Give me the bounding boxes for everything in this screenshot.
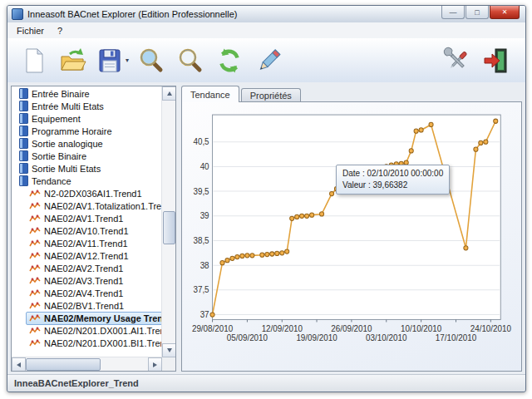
data-point[interactable] (479, 140, 483, 145)
scroll-right-button[interactable] (148, 357, 162, 372)
data-point[interactable] (210, 313, 214, 317)
title-bar[interactable]: Inneasoft BACnet Explorer (Edition Profe… (7, 6, 525, 23)
main-area: Entrée BinaireEntrée Multi EtatsEquipeme… (7, 82, 525, 375)
tree-vertical-scrollbar[interactable] (161, 86, 175, 357)
menu-item-help[interactable]: ? (51, 25, 69, 37)
tree-item-category[interactable]: Sortie Binaire (12, 150, 162, 162)
data-point[interactable] (319, 212, 323, 216)
tree-item-trend[interactable]: NAE02/AV1.Trend1 (12, 212, 162, 224)
tree-item-label: Equipement (32, 114, 81, 124)
data-point[interactable] (330, 191, 334, 195)
category-icon (19, 113, 28, 124)
data-point[interactable] (409, 149, 413, 153)
data-point[interactable] (270, 252, 274, 256)
trend-icon (29, 214, 41, 224)
tab-tendance[interactable]: Tendance (181, 86, 239, 102)
tree-item-label: NAE02/AV2.Trend1 (44, 264, 123, 273)
data-point[interactable] (305, 214, 309, 218)
tree-item-label: N2-02DX036AI1.Trend1 (44, 189, 142, 199)
data-point[interactable] (484, 140, 488, 144)
data-point[interactable] (260, 253, 264, 257)
data-point[interactable] (250, 254, 254, 258)
data-point[interactable] (295, 214, 299, 219)
data-point[interactable] (494, 119, 498, 123)
tooltip-date: Date : 02/10/2010 00:00:00 (342, 168, 443, 180)
tree-item-category[interactable]: Equipement (12, 112, 162, 125)
scroll-down-button[interactable] (162, 343, 176, 357)
data-point[interactable] (300, 214, 304, 218)
tree-item-trend[interactable]: NAE02/AV1.Totalization1.Trend1 (12, 200, 162, 212)
data-point[interactable] (310, 213, 314, 217)
data-point[interactable] (245, 254, 249, 258)
open-folder-icon (59, 47, 87, 75)
tree-item-trend[interactable]: NAE02/N201.DX001.AI1.Trend1 (12, 324, 162, 337)
data-point[interactable] (235, 254, 239, 259)
tree-row-inner: NAE02/N201.DX001.AI1.Trend1 (26, 324, 162, 337)
trend-chart[interactable]: 3737,53838,53939,54040,529/08/201005/09/… (188, 108, 515, 365)
scroll-left-button[interactable] (12, 357, 26, 372)
data-point[interactable] (240, 254, 244, 258)
menu-item-fichier[interactable]: Fichier (10, 25, 51, 37)
data-point[interactable] (464, 246, 468, 250)
save-dropdown-arrow-icon[interactable]: ▾ (126, 57, 129, 64)
data-point[interactable] (474, 147, 478, 151)
tree-item-category[interactable]: Entrée Multi Etats (12, 100, 162, 112)
tools-button[interactable] (439, 42, 475, 80)
tree-item-label: Entrée Multi Etats (32, 101, 104, 111)
tree-item-trend[interactable]: NAE02/AV11.Trend1 (12, 237, 162, 249)
refresh-button[interactable] (211, 42, 248, 80)
tree-item-category[interactable]: Programme Horaire (12, 125, 162, 137)
trend-icon (29, 276, 41, 286)
save-icon (96, 47, 124, 75)
tree-item-trend[interactable]: N2-02DX036AI1.Trend1 (12, 187, 162, 200)
data-point[interactable] (419, 128, 423, 132)
new-button[interactable] (16, 42, 52, 80)
data-point[interactable] (280, 251, 284, 255)
data-point[interactable] (230, 256, 234, 260)
tree-item-trend[interactable]: NAE02/N201.DX001.BI1.Trend1 (12, 337, 162, 349)
open-button[interactable] (55, 42, 91, 80)
tree-item-trend[interactable]: NAE02/AV12.Trend1 (12, 249, 162, 262)
tree-item-category[interactable]: Sortie Multi Etats (12, 162, 162, 175)
device-tree: Entrée BinaireEntrée Multi EtatsEquipeme… (12, 87, 162, 357)
tree-item-category[interactable]: Tendance (12, 175, 162, 187)
tree-item-label: NAE02/AV12.Trend1 (44, 251, 129, 261)
x-tick-label: 19/09/2010 (296, 333, 337, 342)
data-point[interactable] (265, 252, 269, 256)
tree-item-trend[interactable]: NAE02/BV1.Trend1 (12, 299, 162, 312)
tab-strip: TendancePropriétés (181, 86, 522, 102)
vertical-scroll-thumb[interactable] (163, 211, 175, 244)
data-point[interactable] (225, 259, 229, 263)
tree-item-category[interactable]: Sortie analogique (12, 137, 162, 150)
horizontal-scroll-thumb[interactable] (26, 358, 101, 371)
tree-item-trend[interactable]: NAE02/Memory Usage Trend Lo (12, 312, 162, 324)
x-tick-label: 26/09/2010 (331, 323, 372, 332)
exit-button[interactable] (478, 42, 515, 80)
tree-item-category[interactable]: Entrée Binaire (12, 87, 162, 100)
close-button[interactable]: ✕ (490, 6, 520, 19)
zoom-in-button[interactable] (133, 42, 170, 80)
zoom-out-button[interactable] (172, 42, 209, 80)
minimize-button[interactable]: — (441, 6, 465, 19)
scroll-up-button[interactable] (162, 86, 176, 101)
category-icon (19, 163, 28, 174)
data-point[interactable] (290, 216, 294, 220)
tab-proprietes[interactable]: Propriétés (241, 88, 301, 102)
maximize-button[interactable]: □ (466, 6, 489, 19)
tree-item-trend[interactable]: NAE02/AV4.Trend1 (12, 287, 162, 299)
data-point[interactable] (414, 129, 418, 133)
chart-tooltip: Date : 02/10/2010 00:00:00 Valeur : 39,6… (336, 165, 450, 195)
trend-chart-svg[interactable]: 3737,53838,53939,54040,529/08/201005/09/… (188, 108, 515, 365)
tree-item-trend[interactable]: NAE02/AV10.Trend1 (12, 224, 162, 237)
category-icon (19, 101, 28, 111)
data-point[interactable] (275, 251, 279, 255)
tree-item-trend[interactable]: NAE02/AV3.Trend1 (12, 274, 162, 287)
data-point[interactable] (285, 249, 289, 254)
save-button[interactable]: ▾ (94, 42, 131, 80)
data-point[interactable] (220, 261, 224, 265)
tree-item-trend[interactable]: NAE02/AV2.Trend1 (12, 262, 162, 274)
edit-button[interactable] (250, 42, 287, 80)
tree-horizontal-scrollbar[interactable] (12, 357, 162, 371)
x-tick-label: 03/10/2010 (366, 333, 407, 342)
data-point[interactable] (429, 122, 433, 126)
